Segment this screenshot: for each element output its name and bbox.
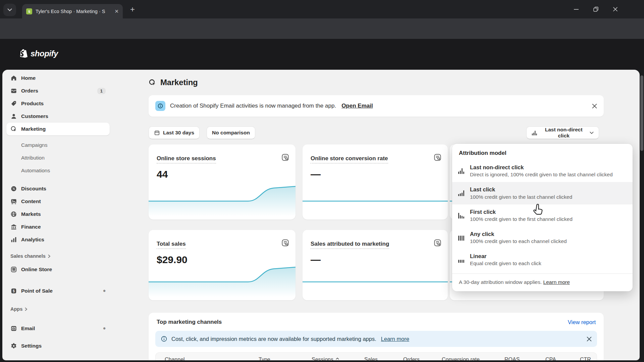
info-icon — [161, 336, 167, 342]
channels-table-header: Channel Type Sessions Sales Orders Conve… — [155, 352, 597, 360]
open-email-link[interactable]: Open Email — [341, 103, 373, 109]
sidebar-item-point-of-sale[interactable]: $ Point of Sale • — [6, 285, 110, 297]
shopify-logo-text: shopify — [31, 49, 58, 58]
browser-tab[interactable]: s Tyler's Eco Shop · Marketing · S ✕ — [22, 4, 123, 18]
sparkline-chart — [149, 263, 296, 300]
sidebar-item-marketing[interactable]: Marketing — [6, 123, 110, 135]
sidebar-item-finance[interactable]: Finance — [6, 221, 110, 233]
page-header: Marketing — [149, 78, 198, 87]
sidebar-item-settings[interactable]: Settings — [6, 340, 110, 352]
attribution-model-button[interactable]: Last non-direct click — [526, 126, 599, 139]
sidebar-item-label: Point of Sale — [21, 288, 53, 294]
bars-icon-first-click — [458, 213, 466, 219]
view-report-link[interactable]: View report — [568, 319, 596, 325]
gear-icon — [10, 343, 17, 349]
discount-icon — [10, 185, 17, 192]
sales-channels-header[interactable]: Sales channels — [6, 252, 110, 260]
filter-bar: Last 30 days No comparison — [149, 126, 255, 139]
close-icon[interactable] — [592, 104, 597, 109]
shopify-favicon-icon: s — [26, 8, 32, 14]
new-tab-button[interactable]: + — [130, 5, 135, 14]
close-icon[interactable] — [587, 337, 592, 342]
window-minimize-button[interactable] — [568, 0, 585, 18]
person-icon — [10, 113, 17, 120]
date-range-button[interactable]: Last 30 days — [149, 126, 200, 139]
info-icon — [155, 101, 165, 111]
sidebar-item-content[interactable]: Content — [6, 195, 110, 208]
storefront-icon — [10, 266, 17, 273]
pos-icon: $ — [10, 288, 17, 294]
view-report-icon[interactable] — [433, 153, 442, 162]
date-range-label: Last 30 days — [163, 130, 194, 136]
comparison-button[interactable]: No comparison — [207, 126, 255, 139]
sidebar-item-online-store[interactable]: Online Store — [6, 263, 110, 276]
option-description: 100% credit given to the first channel c… — [470, 216, 573, 223]
view-report-icon[interactable] — [281, 239, 289, 247]
column-cpa[interactable]: CPA — [545, 357, 556, 360]
column-conversion-rate[interactable]: Conversion rate — [442, 357, 480, 360]
footer-learn-more-link[interactable]: Learn more — [543, 279, 570, 285]
option-last-click[interactable]: Last click 100% credit given to the last… — [452, 182, 633, 204]
metric-card-attributed-sales[interactable]: Sales attributed to marketing — — [303, 230, 448, 300]
sidebar-item-discounts[interactable]: Discounts — [6, 182, 110, 195]
option-any-click[interactable]: Any click 100% credit given to each chan… — [452, 227, 633, 249]
window-restore-button[interactable] — [587, 0, 604, 18]
metric-title: Sales attributed to marketing — [311, 241, 389, 249]
shopify-logo[interactable]: shopify — [19, 49, 58, 59]
footer-text: A 30-day attribution window applies. — [459, 279, 542, 285]
sidebar-item-analytics[interactable]: Analytics — [6, 233, 110, 246]
sort-icon[interactable] — [335, 357, 339, 361]
option-name: Last click — [470, 186, 572, 193]
option-name: Last non-direct click — [470, 164, 613, 171]
sidebar-item-home[interactable]: Home — [6, 72, 110, 84]
column-channel[interactable]: Channel — [165, 357, 185, 360]
sidebar-item-label: Email — [21, 325, 35, 331]
option-name: Any click — [470, 230, 567, 238]
scrollbar[interactable] — [640, 75, 643, 151]
sidebar-item-orders[interactable]: Orders 1 — [6, 84, 110, 97]
content-icon — [10, 198, 17, 205]
view-report-icon[interactable] — [281, 153, 289, 162]
sidebar-item-products[interactable]: Products — [6, 97, 110, 110]
sidebar-item-attribution[interactable]: Attribution — [6, 152, 110, 164]
option-linear[interactable]: Linear Equal credit given to each click — [452, 249, 633, 271]
metric-card-total-sales[interactable]: Total sales $29.90 — [149, 230, 296, 300]
window-close-button[interactable] — [606, 0, 624, 18]
sparkline-chart — [303, 263, 448, 300]
sidebar-item-customers[interactable]: Customers — [6, 110, 110, 123]
column-sessions[interactable]: Sessions — [312, 357, 339, 360]
option-last-non-direct-click[interactable]: Last non-direct click Direct is ignored,… — [452, 160, 633, 182]
view-report-icon[interactable] — [433, 239, 442, 247]
metric-card-sessions[interactable]: Online store sessions 44 — [149, 144, 296, 220]
comparison-label: No comparison — [212, 130, 250, 136]
sidebar-item-automations[interactable]: Automations — [6, 164, 110, 177]
column-sales[interactable]: Sales — [364, 357, 378, 360]
column-ctr[interactable]: CTR — [580, 357, 591, 360]
column-roas[interactable]: ROAS — [504, 357, 520, 360]
orders-count-badge: 1 — [97, 88, 106, 94]
sidebar-item-label: Customers — [21, 113, 48, 119]
bars-icon-last-non-direct — [458, 168, 466, 174]
sidebar-item-campaigns[interactable]: Campaigns — [6, 139, 110, 152]
svg-text:$: $ — [13, 289, 15, 293]
option-description: 100% credit given to the last channel cl… — [470, 193, 572, 201]
tab-close-icon[interactable]: ✕ — [114, 8, 119, 14]
sparkline-chart — [303, 183, 448, 220]
bank-icon — [10, 224, 17, 230]
tab-search-chevron-button[interactable] — [3, 4, 16, 16]
sidebar-item-email[interactable]: Email • — [6, 322, 110, 335]
sidebar-item-label: Home — [21, 75, 36, 81]
sidebar-item-markets[interactable]: Markets — [6, 208, 110, 221]
metric-value: — — [311, 169, 321, 180]
metric-card-conversion[interactable]: Online store conversion rate — — [303, 144, 448, 220]
column-orders[interactable]: Orders — [403, 357, 420, 360]
notice-text: Creation of Shopify Email activities is … — [170, 103, 336, 109]
sidebar-item-label: Finance — [21, 224, 41, 230]
sidebar-item-label: Automations — [21, 168, 50, 174]
tab-title: Tyler's Eco Shop · Marketing · S — [36, 9, 111, 14]
metric-title: Online store conversion rate — [311, 155, 388, 164]
apps-header[interactable]: Apps — [6, 305, 110, 313]
chevron-right-icon — [25, 307, 28, 311]
learn-more-link[interactable]: Learn more — [381, 336, 409, 342]
column-type[interactable]: Type — [259, 357, 270, 360]
